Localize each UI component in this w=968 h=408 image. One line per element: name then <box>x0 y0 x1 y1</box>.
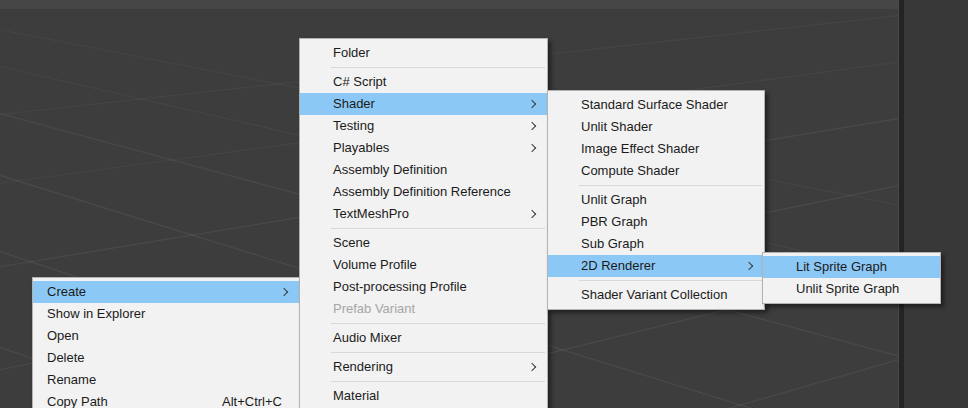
menu-item-label: Show in Explorer <box>47 306 145 321</box>
menu-item-label: Sub Graph <box>581 236 644 251</box>
menu-item-label: Shader <box>333 96 375 111</box>
menu-item-delete[interactable]: Delete <box>33 347 299 369</box>
menu-item-copy-path[interactable]: Copy PathAlt+Ctrl+C <box>33 391 299 408</box>
context-menu: CreateShow in ExplorerOpenDeleteRenameCo… <box>32 277 300 408</box>
menu-item-label: Rename <box>47 372 96 387</box>
submenu-arrow-icon <box>528 144 536 152</box>
menu-item-sub-graph[interactable]: Sub Graph <box>548 233 764 255</box>
menu-item-volume-profile[interactable]: Volume Profile <box>300 254 547 276</box>
menu-item-create[interactable]: Create <box>33 281 299 303</box>
menu-item-label: Standard Surface Shader <box>581 97 728 112</box>
submenu-arrow-icon <box>528 363 536 371</box>
menu-item-label: PBR Graph <box>581 214 647 229</box>
menu-item-shader[interactable]: Shader <box>300 93 547 115</box>
menu-item-label: Assembly Definition <box>333 162 447 177</box>
menu-item-material[interactable]: Material <box>300 385 547 407</box>
menu-separator <box>331 381 545 382</box>
menu-item-label: Shader Variant Collection <box>581 287 727 302</box>
menu-item-label: Audio Mixer <box>333 330 402 345</box>
menu-item-unlit-shader[interactable]: Unlit Shader <box>548 116 764 138</box>
menu-item-lit-sprite-graph[interactable]: Lit Sprite Graph <box>763 256 940 278</box>
menu-item-label: C# Script <box>333 74 386 89</box>
menu-separator <box>331 228 545 229</box>
menu-item-pbr-graph[interactable]: PBR Graph <box>548 211 764 233</box>
submenu-arrow-icon <box>528 122 536 130</box>
2d-renderer-submenu: Lit Sprite GraphUnlit Sprite Graph <box>762 252 941 304</box>
side-panel <box>904 0 968 408</box>
menu-separator <box>579 185 762 186</box>
menu-item-textmeshpro[interactable]: TextMeshPro <box>300 203 547 225</box>
menu-item-label: Post-processing Profile <box>333 279 467 294</box>
menu-separator <box>331 352 545 353</box>
menu-item-label: Volume Profile <box>333 257 417 272</box>
menu-separator <box>331 67 545 68</box>
menu-item-playables[interactable]: Playables <box>300 137 547 159</box>
menu-item-show-in-explorer[interactable]: Show in Explorer <box>33 303 299 325</box>
menu-item-audio-mixer[interactable]: Audio Mixer <box>300 327 547 349</box>
menu-item-rendering[interactable]: Rendering <box>300 356 547 378</box>
menu-item-scene[interactable]: Scene <box>300 232 547 254</box>
menu-item-label: Playables <box>333 140 389 155</box>
menu-item-label: Unlit Graph <box>581 192 647 207</box>
menu-item-standard-surface-shader[interactable]: Standard Surface Shader <box>548 94 764 116</box>
menu-item-c-script[interactable]: C# Script <box>300 71 547 93</box>
menu-item-testing[interactable]: Testing <box>300 115 547 137</box>
menu-item-label: Material <box>333 388 379 403</box>
menu-item-folder[interactable]: Folder <box>300 42 547 64</box>
menu-item-open[interactable]: Open <box>33 325 299 347</box>
menu-item-assembly-definition[interactable]: Assembly Definition <box>300 159 547 181</box>
menu-item-label: Prefab Variant <box>333 301 415 316</box>
menu-item-label: Scene <box>333 235 370 250</box>
menu-separator <box>579 280 762 281</box>
menu-item-label: Testing <box>333 118 374 133</box>
menu-item-label: Create <box>47 284 86 299</box>
menu-item-label: Unlit Sprite Graph <box>796 281 899 296</box>
menu-item-label: Delete <box>47 350 85 365</box>
menu-item-shortcut: Alt+Ctrl+C <box>222 391 282 408</box>
submenu-arrow-icon <box>280 288 288 296</box>
submenu-arrow-icon <box>745 262 753 270</box>
scene-top-strip <box>0 0 898 9</box>
menu-item-label: 2D Renderer <box>581 258 655 273</box>
submenu-arrow-icon <box>528 210 536 218</box>
menu-item-compute-shader[interactable]: Compute Shader <box>548 160 764 182</box>
menu-item-label: Assembly Definition Reference <box>333 184 511 199</box>
menu-item-label: Unlit Shader <box>581 119 653 134</box>
menu-item-2d-renderer[interactable]: 2D Renderer <box>548 255 764 277</box>
menu-item-label: Copy Path <box>47 394 108 408</box>
menu-item-post-processing-profile[interactable]: Post-processing Profile <box>300 276 547 298</box>
menu-item-image-effect-shader[interactable]: Image Effect Shader <box>548 138 764 160</box>
submenu-arrow-icon <box>528 100 536 108</box>
menu-item-label: Lit Sprite Graph <box>796 259 887 274</box>
menu-item-unlit-graph[interactable]: Unlit Graph <box>548 189 764 211</box>
menu-separator <box>331 323 545 324</box>
menu-item-label: Image Effect Shader <box>581 141 699 156</box>
menu-item-assembly-definition-reference[interactable]: Assembly Definition Reference <box>300 181 547 203</box>
shader-submenu: Standard Surface ShaderUnlit ShaderImage… <box>547 90 765 310</box>
create-submenu: FolderC# ScriptShaderTestingPlayablesAss… <box>299 38 548 408</box>
menu-item-unlit-sprite-graph[interactable]: Unlit Sprite Graph <box>763 278 940 300</box>
menu-item-shader-variant-collection[interactable]: Shader Variant Collection <box>548 284 764 306</box>
menu-item-prefab-variant: Prefab Variant <box>300 298 547 320</box>
menu-item-label: Open <box>47 328 79 343</box>
menu-item-label: Rendering <box>333 359 393 374</box>
menu-item-label: Folder <box>333 45 370 60</box>
menu-item-label: TextMeshPro <box>333 206 409 221</box>
menu-item-rename[interactable]: Rename <box>33 369 299 391</box>
menu-item-label: Compute Shader <box>581 163 679 178</box>
